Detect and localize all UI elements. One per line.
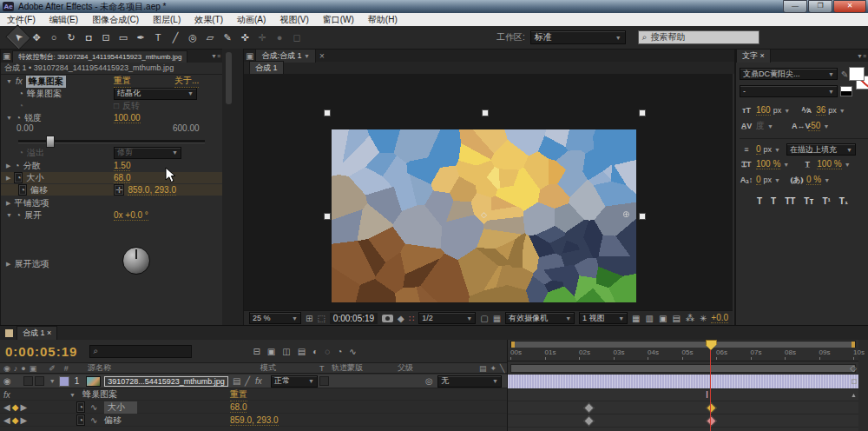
size-keyframe-track[interactable] (508, 401, 858, 414)
show-channels-icon[interactable]: ∷ (409, 314, 414, 323)
leading-value[interactable]: 36 (816, 105, 825, 116)
stopwatch-icon-active[interactable]: ◔ (18, 184, 27, 196)
resolution-select[interactable]: 1/2▼ (418, 312, 476, 324)
horizontal-scale-value[interactable]: 100 % (817, 159, 841, 169)
default-fill-stroke-icon[interactable] (840, 86, 852, 96)
layer-eye-icon[interactable]: ◉ (3, 376, 11, 386)
selection-tool-icon[interactable]: ➤ (5, 24, 31, 50)
mode-column[interactable]: 模式 (260, 362, 276, 374)
mask-tool-icon[interactable]: ● (271, 30, 288, 45)
prev-keyframe-icon[interactable]: ◀ (3, 415, 10, 425)
panel-menu-icon[interactable]: ▼≡ (857, 53, 866, 59)
fast-preview-icon[interactable]: ▣ (659, 314, 667, 323)
work-area-row[interactable] (508, 362, 858, 375)
layer-fx-icon[interactable]: fx (255, 376, 262, 386)
effect-twirl-icon[interactable]: ▼ (69, 392, 76, 398)
handle-mid-right[interactable] (639, 213, 646, 220)
menu-item[interactable]: 帮助(H) (361, 14, 404, 26)
menu-item[interactable]: 动画(A) (230, 14, 273, 26)
align-tool-icon[interactable]: ✛ (253, 30, 271, 45)
sharpness-slider-handle[interactable] (46, 136, 55, 148)
keyframe-diamond[interactable] (706, 402, 717, 414)
vertical-scale-value[interactable]: 100 % (756, 159, 780, 169)
style-button[interactable]: TT (785, 196, 795, 206)
auto-keyframe-icon[interactable]: ◔ (337, 347, 342, 356)
roto-brush-tool-icon[interactable]: ✎ (219, 30, 236, 45)
effect-panel-scrollbar[interactable] (226, 52, 232, 104)
scroll-up-icon[interactable]: ▲ (851, 392, 857, 398)
menu-item[interactable]: 窗口(W) (316, 14, 361, 26)
twirl-icon[interactable]: ▼ (6, 78, 12, 84)
twirl-icon[interactable]: ▶ (6, 162, 10, 169)
anchor-point-icon[interactable]: ◇ (481, 210, 487, 219)
size-prop-label[interactable]: 大小 (104, 401, 137, 414)
time-ruler[interactable]: 00s01s02s03s04s05s06s07s08s09s10s (508, 348, 858, 361)
trkmat-box[interactable] (319, 376, 329, 386)
evolution-options-label[interactable]: 展开选项 (14, 258, 49, 270)
eraser-tool-icon[interactable]: ▱ (201, 30, 219, 45)
next-keyframe-icon[interactable]: ▶ (20, 402, 27, 412)
comp-timecode[interactable]: 0:00:05:19 (330, 313, 378, 324)
effect-about[interactable]: 关于... (174, 75, 199, 88)
transparency-grid-icon[interactable]: ▦ (493, 314, 501, 323)
quality-icon[interactable]: ╱ (245, 376, 250, 386)
comp-subtab[interactable]: 合成 1 (249, 61, 284, 75)
tiling-options-label[interactable]: 平铺选项 (14, 197, 49, 209)
twirl-icon[interactable]: ▼ (6, 115, 12, 121)
handle-top-left[interactable] (324, 109, 331, 116)
sharpness-slider-track[interactable] (18, 140, 205, 143)
timeline-tab[interactable]: 合成 1 × (16, 326, 57, 340)
show-snapshot-icon[interactable]: ◆ (398, 314, 404, 323)
fill-mode-select[interactable]: 在描边上填充▼ (786, 143, 856, 156)
offset-point-icon[interactable]: ✛ (114, 184, 124, 196)
comp-mini-flowchart-icon[interactable]: ⊟ (253, 347, 260, 356)
style-button[interactable]: T (757, 196, 762, 206)
workspace-select[interactable]: 标准▼ (530, 30, 626, 44)
font-size-value[interactable]: 160 (756, 105, 771, 116)
effect-reset[interactable]: 重置 (114, 75, 131, 88)
label-color-swatch[interactable] (59, 376, 69, 387)
effect-controls-tab[interactable]: 特效控制台: 39107284_1411954415923_mthumb.jpg (12, 50, 187, 63)
mode-select[interactable]: 正常▼ (271, 375, 318, 388)
menu-item[interactable]: 图层(L) (146, 14, 187, 26)
grid-guides-icon[interactable]: ▦ (632, 314, 640, 323)
add-keyframe-icon[interactable]: ◆ (12, 415, 19, 425)
source-name-column[interactable]: 源名称 (88, 362, 111, 374)
work-area-bar[interactable] (510, 364, 856, 373)
prev-keyframe-icon[interactable]: ◀ (3, 402, 10, 412)
tsume-value[interactable]: 0 % (806, 175, 821, 185)
transfer-icon[interactable]: ✦ (490, 364, 497, 373)
graph-editor-icon[interactable]: ∿ (349, 347, 356, 356)
brush-tool-icon[interactable]: ╱ (167, 30, 184, 45)
effect-name[interactable]: 蜂巢图案 (26, 76, 66, 88)
pen-tool-icon[interactable]: ✒ (132, 30, 149, 45)
exposure-value[interactable]: +0.0 (711, 313, 728, 323)
motion-blur-icon[interactable]: ◐ (312, 347, 318, 356)
font-family-select[interactable]: 文鼎DC黄阳尖...▼ (740, 68, 838, 80)
twirl-icon[interactable]: ▶ (6, 261, 10, 268)
switches-icon[interactable]: ▤ (479, 364, 487, 373)
parent-select[interactable]: 无▼ (437, 375, 502, 388)
brainstorm-icon[interactable]: ◌ (325, 347, 330, 356)
stopwatch-icon[interactable]: ◔ (16, 210, 21, 220)
shape-tool-icon[interactable]: ▭ (115, 30, 132, 45)
camera-tool-icon[interactable]: ◘ (80, 30, 97, 45)
view-layout-select[interactable]: 1 视图▼ (579, 312, 628, 324)
offset-prop-label[interactable]: 偏移 (104, 414, 122, 427)
size-stopwatch-icon[interactable]: ◔ (76, 401, 85, 413)
style-button[interactable]: T¹ (822, 196, 830, 206)
keyframe-diamond[interactable] (583, 402, 595, 414)
safe-area-icon[interactable]: ⊞ (306, 314, 312, 323)
parent-column[interactable]: 父级 (398, 362, 413, 374)
font-style-select[interactable]: -▼ (740, 85, 838, 97)
stopwatch-icon[interactable]: ◔ (16, 113, 21, 123)
menu-item[interactable]: 效果(T) (187, 14, 230, 26)
parent-pickwhip-icon[interactable]: ◎ (425, 376, 433, 386)
style-button[interactable]: T₁ (839, 196, 848, 206)
size-value[interactable]: 68.0 (114, 173, 130, 183)
stroke-width-value[interactable]: 0 (756, 144, 761, 155)
snapshot-icon[interactable] (382, 315, 393, 322)
puppet-pin-tool-icon[interactable]: ✜ (236, 30, 253, 45)
next-keyframe-icon[interactable]: ▶ (20, 415, 27, 425)
effect-control-point-icon[interactable]: ⊕ (622, 209, 629, 219)
